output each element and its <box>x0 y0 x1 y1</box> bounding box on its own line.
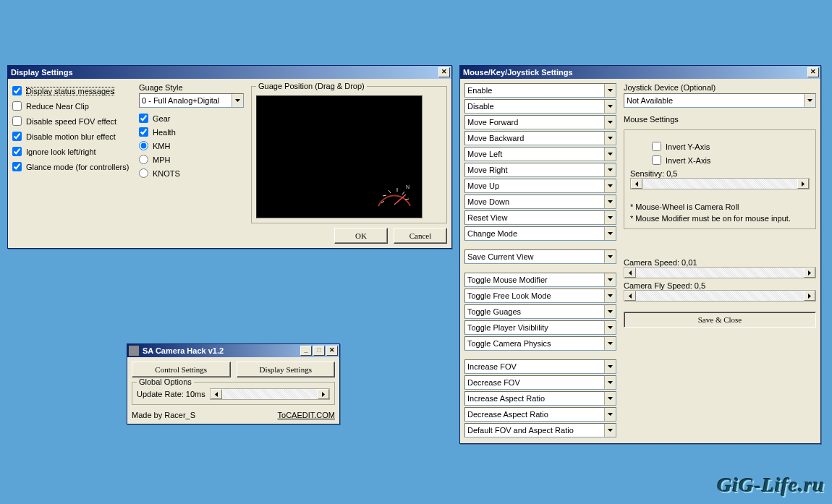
svg-marker-30 <box>608 413 613 416</box>
gauge-check-1[interactable]: Health <box>139 126 244 138</box>
chevron-down-icon <box>604 360 616 373</box>
svg-marker-28 <box>608 381 613 384</box>
close-icon[interactable]: ✕ <box>438 67 450 77</box>
keybind-increase-fov[interactable]: Increase FOV <box>464 359 616 374</box>
keybind-toggle-free-look-mode[interactable]: Toggle Free Look Mode <box>464 289 616 303</box>
svg-marker-24 <box>608 310 613 313</box>
display-check-3[interactable]: Disable motion blur effect <box>12 130 132 142</box>
controls-window: Mouse/Key/Joystick Settings ✕ EnableDisa… <box>459 65 821 444</box>
chevron-down-icon <box>804 94 815 107</box>
keybind-move-right[interactable]: Move Right <box>464 163 616 177</box>
chevron-down-icon <box>604 337 616 350</box>
svg-marker-21 <box>608 255 613 258</box>
gauge-unit-knots[interactable]: KNOTS <box>139 167 244 179</box>
svg-marker-34 <box>802 181 805 187</box>
keybind-default-fov-and-aspect-ratio[interactable]: Default FOV and Aspect Ratio <box>464 423 616 437</box>
svg-marker-19 <box>608 216 613 219</box>
window-title: Mouse/Key/Joystick Settings <box>462 68 806 77</box>
invert-y-checkbox[interactable]: Invert Y-Axis <box>652 140 810 153</box>
keybind-move-left[interactable]: Move Left <box>464 147 616 161</box>
keybind-toggle-mouse-modifier[interactable]: Toggle Mouse Modifier <box>464 273 616 287</box>
keybind-move-up[interactable]: Move Up <box>464 179 616 193</box>
display-check-1[interactable]: Reduce Near Clip <box>12 100 132 112</box>
update-rate-slider[interactable] <box>210 388 330 400</box>
app-icon <box>129 346 139 356</box>
chevron-down-icon <box>604 376 616 389</box>
joystick-device-label: Joystick Device (Optional) <box>624 83 816 92</box>
joystick-device-select[interactable]: Not Available <box>624 93 816 108</box>
arrow-left-icon[interactable] <box>624 291 636 301</box>
close-icon[interactable]: ✕ <box>326 346 338 356</box>
ok-button[interactable]: OK <box>334 228 388 244</box>
titlebar[interactable]: SA Camera Hack v1.2 _ □ ✕ <box>127 344 339 357</box>
keybind-save-current-view[interactable]: Save Current View <box>464 249 616 264</box>
close-icon[interactable]: ✕ <box>807 67 819 77</box>
display-check-4[interactable]: Ignore look left/right <box>12 145 132 158</box>
chevron-down-icon <box>604 321 616 334</box>
chevron-down-icon <box>604 179 616 192</box>
camera-fly-speed-slider[interactable] <box>624 290 816 302</box>
maximize-icon[interactable]: □ <box>313 346 325 356</box>
titlebar: Mouse/Key/Joystick Settings ✕ <box>460 66 820 79</box>
chevron-down-icon <box>604 273 616 286</box>
keybind-disable[interactable]: Disable <box>464 99 616 114</box>
gauge-style-column: Guage Style 0 - Full Analog+Digital Gear… <box>139 83 244 244</box>
wheel-hint: * Mouse-Wheel is Camera Roll <box>630 202 810 211</box>
display-check-5[interactable]: Glance mode (for controllers) <box>12 161 132 173</box>
arrow-left-icon[interactable] <box>624 268 636 278</box>
keybind-toggle-camera-physics[interactable]: Toggle Camera Physics <box>464 336 616 351</box>
arrow-left-icon[interactable] <box>211 389 222 399</box>
gauge-check-0[interactable]: Gear <box>139 112 244 124</box>
svg-line-3 <box>389 190 391 193</box>
chevron-down-icon <box>232 94 243 107</box>
svg-marker-16 <box>608 168 613 171</box>
svg-line-6 <box>405 199 409 200</box>
cancel-button[interactable]: Cancel <box>394 228 447 244</box>
sensitivity-slider[interactable] <box>630 178 810 189</box>
gauge-style-select[interactable]: 0 - Full Analog+Digital <box>139 93 244 108</box>
display-check-0[interactable]: Display status messages <box>12 85 132 97</box>
display-settings-button[interactable]: Display Settings <box>237 362 336 377</box>
keybind-move-forward[interactable]: Move Forward <box>464 115 616 129</box>
keybind-move-down[interactable]: Move Down <box>464 195 616 209</box>
chevron-down-icon <box>604 132 616 145</box>
chevron-down-icon <box>604 148 616 161</box>
keybind-reset-view[interactable]: Reset View <box>464 210 616 225</box>
keybind-move-backward[interactable]: Move Backward <box>464 131 616 145</box>
chevron-down-icon <box>604 227 616 240</box>
save-close-button[interactable]: Save & Close <box>624 312 816 328</box>
keybind-change-mode[interactable]: Change Mode <box>464 226 616 241</box>
arrow-right-icon[interactable] <box>318 389 329 399</box>
svg-line-5 <box>402 192 404 195</box>
arrow-right-icon[interactable] <box>797 179 809 189</box>
chevron-down-icon <box>604 84 616 97</box>
camera-speed-slider[interactable] <box>624 267 816 278</box>
keybind-toggle-guages[interactable]: Toggle Guages <box>464 304 616 319</box>
chevron-down-icon <box>604 408 616 421</box>
arrow-right-icon[interactable] <box>804 291 815 301</box>
keybind-decrease-fov[interactable]: Decrease FOV <box>464 375 616 390</box>
camera-fly-speed-label: Camera Fly Speed: 0,5 <box>624 281 816 290</box>
invert-x-checkbox[interactable]: Invert X-Axis <box>652 154 810 166</box>
arrow-left-icon[interactable] <box>631 179 642 189</box>
keybind-enable[interactable]: Enable <box>464 83 616 98</box>
gauge-unit-mph[interactable]: MPH <box>139 153 244 166</box>
display-check-2[interactable]: Disable speed FOV effect <box>12 115 132 127</box>
svg-marker-10 <box>322 392 325 397</box>
keybind-decrease-aspect-ratio[interactable]: Decrease Aspect Ratio <box>464 407 616 422</box>
gauge-unit-kmh[interactable]: KMH <box>139 140 244 152</box>
control-settings-button[interactable]: Control Settings <box>132 362 231 377</box>
camera-speed-label: Camera Speed: 0,01 <box>624 258 816 267</box>
minimize-icon[interactable]: _ <box>300 346 312 356</box>
chevron-down-icon <box>604 100 616 113</box>
window-title: Display Settings <box>9 68 437 77</box>
keybind-increase-aspect-ratio[interactable]: Increase Aspect Ratio <box>464 391 616 406</box>
left-check-column: Display status messagesReduce Near ClipD… <box>12 83 132 244</box>
svg-marker-37 <box>629 294 632 299</box>
arrow-right-icon[interactable] <box>804 268 815 278</box>
svg-marker-12 <box>608 105 613 108</box>
website-link[interactable]: ToCAEDIT.COM <box>278 411 335 419</box>
chevron-down-icon <box>604 116 616 129</box>
gauge-preview[interactable]: N <box>256 95 423 218</box>
keybind-toggle-player-visiblility[interactable]: Toggle Player Visiblility <box>464 320 616 335</box>
